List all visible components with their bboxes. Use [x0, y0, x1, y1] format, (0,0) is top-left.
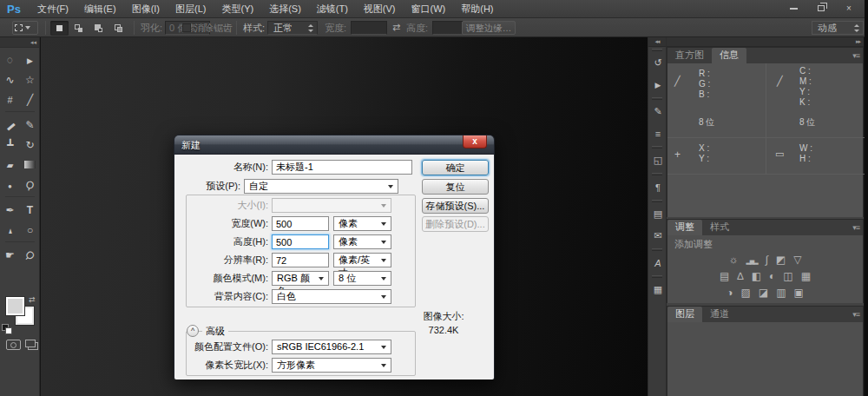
tool-preset-picker[interactable] [12, 21, 38, 35]
dodge-tool[interactable] [20, 175, 40, 195]
tab-layers[interactable]: 图层 [667, 307, 702, 322]
collapse-panels-icon[interactable]: ▸▸ [667, 37, 864, 47]
spot-healing-brush-tool[interactable] [0, 115, 20, 135]
color-lookup-adjustment-icon[interactable] [801, 271, 811, 281]
swap-width-height-icon[interactable]: ⇄ [392, 22, 400, 33]
invert-adjustment-icon[interactable] [727, 287, 733, 298]
screen-mode-button[interactable] [25, 340, 36, 347]
expand-dock-icon[interactable]: ◂◂ [648, 37, 666, 47]
swap-colors-icon[interactable]: ⇄ [29, 295, 36, 304]
subtract-from-selection-button[interactable] [90, 21, 108, 36]
move-tool[interactable] [20, 50, 40, 69]
style-select[interactable]: 正常 [267, 21, 318, 35]
tab-styles[interactable]: 样式 [702, 220, 737, 235]
layer-comps-panel-icon[interactable] [648, 203, 667, 225]
paragraph-panel-icon[interactable] [648, 176, 667, 198]
menu-window[interactable]: 窗口(W) [404, 0, 454, 18]
history-brush-tool[interactable] [20, 135, 40, 155]
shape-tool[interactable] [20, 220, 40, 240]
history-panel-icon[interactable] [648, 52, 667, 74]
brightness-contrast-adjustment-icon[interactable] [728, 254, 738, 265]
posterize-adjustment-icon[interactable] [740, 287, 750, 298]
menu-help[interactable]: 帮助(H) [453, 0, 501, 18]
elliptical-marquee-tool[interactable] [0, 50, 20, 69]
vibrance-adjustment-icon[interactable] [793, 254, 801, 265]
black-white-adjustment-icon[interactable] [752, 271, 761, 281]
collapse-toolbar-icon[interactable]: ◂◂ [0, 37, 39, 48]
size-select[interactable] [272, 198, 391, 213]
menu-view[interactable]: 视图(V) [356, 0, 404, 18]
layers-panel-menu-icon[interactable]: ▾≡ [852, 310, 859, 319]
levels-adjustment-icon[interactable] [746, 254, 757, 265]
workspace-switcher[interactable]: 动感 [812, 21, 864, 35]
background-contents-select[interactable]: 白色 [272, 289, 391, 304]
close-icon[interactable]: × [837, 2, 861, 15]
width-input[interactable] [272, 216, 329, 231]
tab-histogram[interactable]: 直方图 [667, 48, 712, 63]
width-input[interactable] [351, 21, 387, 35]
exposure-adjustment-icon[interactable] [776, 254, 786, 265]
default-colors-icon[interactable] [2, 324, 10, 333]
color-mode-select[interactable]: RGB 颜色 [272, 271, 329, 286]
path-selection-tool[interactable] [0, 220, 20, 240]
ok-button[interactable]: 确定 [422, 160, 489, 175]
resolution-input[interactable] [272, 253, 329, 267]
quick-mask-button[interactable] [6, 340, 21, 350]
zoom-tool[interactable] [20, 245, 40, 265]
reset-button[interactable]: 复位 [422, 179, 489, 195]
advanced-collapse-button[interactable]: ^ [187, 325, 199, 337]
intersect-selection-button[interactable] [110, 21, 128, 36]
photo-filter-adjustment-icon[interactable] [769, 271, 775, 281]
resolution-unit-select[interactable]: 像素/英寸 [333, 253, 391, 267]
color-balance-adjustment-icon[interactable] [737, 271, 743, 281]
brush-tool[interactable] [20, 115, 40, 135]
tab-adjustments[interactable]: 调整 [667, 220, 702, 235]
menu-select[interactable]: 选择(S) [261, 0, 309, 18]
menu-edit[interactable]: 编辑(E) [76, 0, 124, 18]
foreground-color-swatch[interactable] [6, 297, 24, 315]
swatches-panel-icon[interactable] [648, 279, 667, 300]
bit-depth-select[interactable]: 8 位 [333, 271, 391, 286]
antialias-checkbox[interactable] [182, 23, 191, 32]
selective-color-adjustment-icon[interactable] [793, 287, 803, 298]
restore-icon[interactable] [809, 2, 833, 15]
character-panel-icon[interactable] [648, 252, 667, 274]
type-tool[interactable] [20, 200, 40, 220]
notes-panel-icon[interactable] [648, 225, 667, 247]
delete-preset-button[interactable]: 删除预设(D)... [422, 216, 489, 232]
lasso-tool[interactable] [0, 69, 20, 89]
menu-type[interactable]: 类型(Y) [214, 0, 261, 18]
brush-presets-panel-icon[interactable] [648, 122, 667, 144]
height-input[interactable] [272, 234, 329, 249]
refine-edge-button[interactable]: 调整边缘… [462, 21, 516, 35]
blur-tool[interactable] [0, 175, 20, 195]
tab-channels[interactable]: 通道 [702, 307, 737, 322]
name-input[interactable] [272, 160, 412, 175]
width-unit-select[interactable]: 像素 [333, 216, 391, 231]
gradient-map-adjustment-icon[interactable] [776, 287, 786, 298]
color-profile-select[interactable]: sRGB IEC61966-2.1 [272, 340, 391, 354]
menu-file[interactable]: 文件(F) [30, 0, 76, 18]
dialog-close-button[interactable]: x [463, 135, 487, 148]
menu-layer[interactable]: 图层(L) [168, 0, 214, 18]
curves-adjustment-icon[interactable] [766, 254, 768, 265]
pixel-aspect-ratio-select[interactable]: 方形像素 [272, 358, 391, 373]
eraser-tool[interactable] [0, 155, 20, 175]
new-selection-button[interactable] [50, 21, 69, 36]
pen-tool[interactable] [0, 200, 20, 220]
crop-tool[interactable] [0, 89, 20, 109]
height-unit-select[interactable]: 像素 [333, 234, 391, 249]
clone-stamp-tool[interactable] [0, 135, 20, 155]
clone-source-panel-icon[interactable] [648, 149, 667, 171]
add-to-selection-button[interactable] [70, 21, 89, 36]
brush-panel-icon[interactable] [648, 101, 667, 122]
save-preset-button[interactable]: 存储预设(S)... [422, 198, 489, 214]
eyedropper-tool[interactable] [20, 89, 40, 109]
dialog-title-bar[interactable]: 新建 x [174, 135, 494, 155]
menu-filter[interactable]: 滤镜(T) [309, 0, 356, 18]
hue-saturation-adjustment-icon[interactable] [720, 271, 729, 281]
actions-panel-icon[interactable] [648, 74, 667, 96]
magic-wand-tool[interactable] [20, 69, 40, 89]
threshold-adjustment-icon[interactable] [759, 287, 768, 298]
menu-image[interactable]: 图像(I) [124, 0, 168, 18]
